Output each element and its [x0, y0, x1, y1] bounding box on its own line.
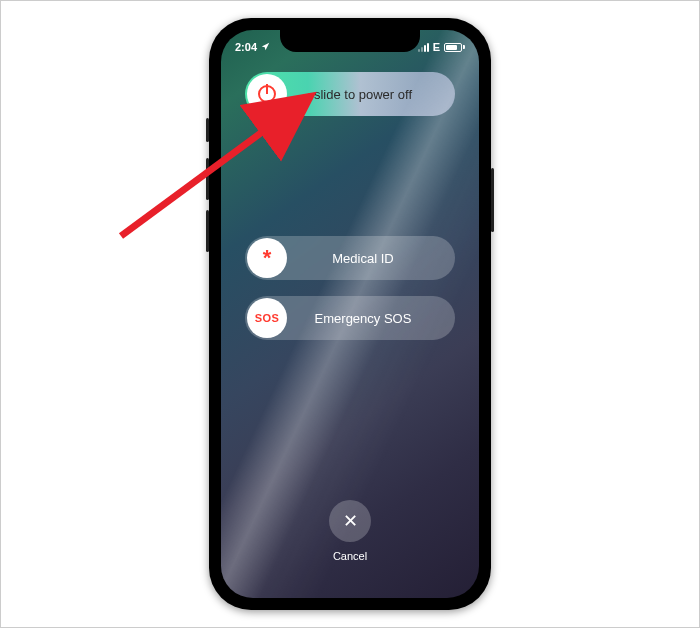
location-icon: [261, 41, 270, 53]
phone-screen: 2:04 E slide to power off: [221, 30, 479, 598]
notch: [280, 30, 420, 52]
volume-down-button: [206, 210, 209, 252]
cancel-button[interactable]: ✕: [329, 500, 371, 542]
cancel-area: ✕ Cancel: [221, 500, 479, 562]
medical-id-label: Medical ID: [271, 251, 455, 266]
battery-icon: [444, 43, 465, 52]
phone-frame: 2:04 E slide to power off: [209, 18, 491, 610]
signal-icon: [418, 43, 429, 52]
network-type: E: [433, 41, 440, 53]
side-button: [491, 168, 494, 232]
silent-switch: [206, 118, 209, 142]
asterisk-icon: *: [263, 247, 272, 269]
medical-id-slider[interactable]: * Medical ID: [245, 236, 455, 280]
close-icon: ✕: [343, 510, 358, 532]
status-time: 2:04: [235, 41, 257, 53]
cancel-label: Cancel: [333, 550, 367, 562]
power-off-label: slide to power off: [271, 87, 455, 102]
power-off-slider[interactable]: slide to power off: [245, 72, 455, 116]
emergency-sos-slider[interactable]: SOS Emergency SOS: [245, 296, 455, 340]
slider-stack: slide to power off * Medical ID SOS Emer…: [221, 72, 479, 352]
emergency-sos-label: Emergency SOS: [271, 311, 455, 326]
volume-up-button: [206, 158, 209, 200]
power-icon: [258, 85, 276, 103]
